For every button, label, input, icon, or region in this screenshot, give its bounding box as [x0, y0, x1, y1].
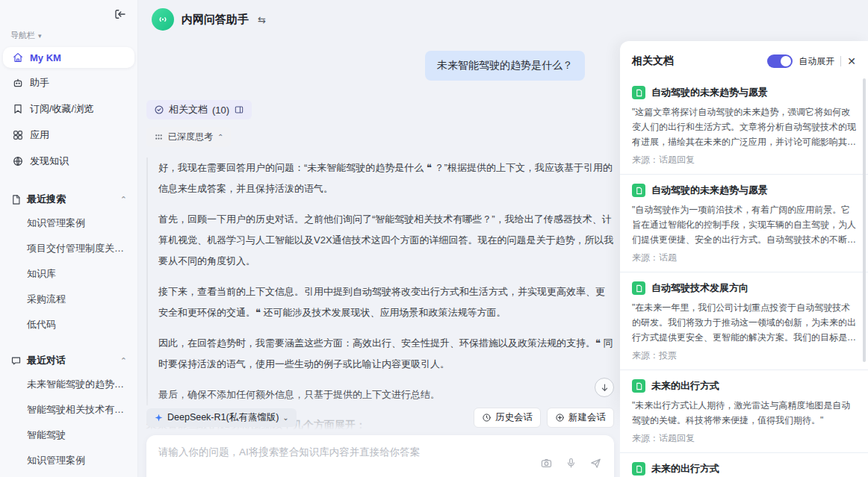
- recent-search-item[interactable]: 知识库: [0, 261, 137, 287]
- sidebar-item-my-km[interactable]: My KM: [3, 47, 134, 68]
- composer-placeholder: 请输入你的问题，AI将搜索整合知识库内容并直接给你答案: [158, 446, 602, 459]
- history-session-button[interactable]: 历史会话: [474, 408, 541, 428]
- recent-chats-list: 未来智能驾驶的趋势是... 智能驾驶相关技术有哪... 智能驾驶 知识管理案例 …: [0, 372, 137, 477]
- doc-source: 来源：投票: [632, 349, 856, 362]
- doc-card[interactable]: 自动驾驶的未来趋势与愿景 "这篇文章将探讨自动驾驶的未来趋势，强调它将如何改变人…: [620, 77, 868, 175]
- thinking-paragraph: 接下来，查看当前的上下文信息。引用中提到自动驾驶将改变出行方式和生活方式，并实现…: [158, 281, 614, 323]
- recent-chat-item[interactable]: 智能驾驶相关技术有哪...: [0, 397, 137, 423]
- doc-source: 来源：话题: [632, 252, 856, 264]
- recent-search-title: 最近搜索: [27, 193, 66, 206]
- thinking-paragraph: 好，我现在需要回答用户的问题：“未来智能驾驶的趋势是什么 ❝ ？”根据提供的上下…: [158, 158, 614, 199]
- related-docs-chip[interactable]: 相关文档 (10): [146, 100, 252, 119]
- panel-title: 相关文档: [632, 54, 674, 68]
- doc-card[interactable]: 未来的出行方式 "自动驾驶技术的进展让我们离实现无人驾驶更近一步。文章中强调了激…: [620, 453, 868, 477]
- related-docs-panel: 相关文档 自动展开 ✕ 自动驾驶的未来趋势与愿景 "这篇文章将探讨自动驾驶的未来…: [620, 41, 868, 477]
- chevron-up-icon[interactable]: ⌃: [120, 195, 127, 205]
- divider: [840, 56, 841, 66]
- doc-icon: [632, 462, 645, 476]
- deep-think-label: 已深度思考: [168, 131, 213, 143]
- scroll-to-bottom-button[interactable]: [595, 378, 614, 397]
- chevron-down-icon: ⌄: [282, 414, 288, 422]
- side-panel-icon: [234, 105, 244, 115]
- doc-icon: [632, 184, 645, 197]
- doc-title: 自动驾驶技术发展方向: [651, 281, 748, 295]
- recent-chats-header[interactable]: 最近对话 ⌃: [0, 343, 137, 372]
- sidebar-item-label: 发现知识: [30, 155, 69, 168]
- doc-excerpt: "自动驾驶作为一项前沿技术，有着广阔的应用前景。它旨在通过智能化的控制手段，实现…: [632, 202, 856, 247]
- recent-chat-item[interactable]: 明天出差去南昌培训两天: [0, 473, 137, 477]
- collapse-sidebar-icon[interactable]: [114, 7, 127, 21]
- history-session-label: 历史会话: [495, 411, 533, 424]
- doc-card[interactable]: 自动驾驶技术发展方向 "在未来一年里，我们公司计划重点投资于自动驾驶技术的研发。…: [620, 272, 868, 370]
- robot-icon: [12, 77, 24, 89]
- user-message-bubble: 未来智能驾驶的趋势是什么？: [425, 51, 585, 81]
- nav-bar-label[interactable]: 导航栏 ▾: [10, 30, 137, 41]
- message-composer[interactable]: 请输入你的问题，AI将搜索整合知识库内容并直接给你答案: [146, 435, 614, 477]
- globe-icon: [12, 155, 24, 167]
- recent-chat-item[interactable]: 智能驾驶: [0, 423, 137, 448]
- clock-icon: [482, 413, 492, 423]
- thinking-paragraph: 最后，确保不添加任何额外信息，只基于提供的上下文进行总结。: [158, 384, 614, 405]
- nav-bar-text: 导航栏: [10, 30, 35, 41]
- new-session-label: 新建会话: [568, 411, 606, 424]
- sidebar: 导航栏 ▾ My KM 助手 订阅/收藏/浏览 应用: [0, 0, 138, 477]
- sidebar-item-discover[interactable]: 发现知识: [3, 150, 134, 172]
- assistant-logo-icon: [152, 8, 174, 31]
- doc-excerpt: "未来出行方式让人期待，激光雷达与高精度地图是自动驾驶的关键。科技将带来便捷，值…: [632, 398, 856, 428]
- sidebar-item-apps[interactable]: 应用: [3, 124, 134, 146]
- recent-search-item[interactable]: 低代码: [0, 312, 137, 337]
- recent-search-list: 知识管理案例 项目交付管理制度关于... 知识库 采购流程 低代码: [0, 211, 137, 337]
- camera-icon[interactable]: [540, 457, 553, 470]
- check-circle-icon: [154, 105, 164, 115]
- thinking-paragraph: 因此，在回答趋势时，我需要涵盖这些方面：高效出行、安全性提升、环保措施以及政策法…: [158, 333, 614, 375]
- thinking-block: 好，我现在需要回答用户的问题：“未来智能驾驶的趋势是什么 ❝ ？”根据提供的上下…: [146, 158, 614, 405]
- chevron-up-icon: ⌃: [217, 133, 223, 141]
- related-docs-chip-label: 相关文档: [169, 103, 208, 116]
- scrollbar[interactable]: [863, 78, 866, 362]
- send-icon[interactable]: [589, 457, 602, 470]
- switch-assistant-icon[interactable]: ⇆: [258, 14, 266, 25]
- chevron-up-icon[interactable]: ⌃: [120, 356, 127, 366]
- close-icon[interactable]: ✕: [847, 56, 856, 66]
- page-title: 内网问答助手: [182, 13, 249, 27]
- microphone-icon[interactable]: [565, 457, 577, 470]
- related-docs-count: (10): [212, 105, 229, 116]
- doc-title: 自动驾驶的未来趋势与愿景: [651, 86, 768, 99]
- chevron-down-icon: ▾: [38, 32, 42, 40]
- thinking-paragraph: 首先，回顾一下用户的历史对话。之前他们询问了“智能驾驶相关技术有哪些？”，我给出…: [158, 209, 614, 272]
- doc-card[interactable]: 自动驾驶的未来趋势与愿景 "自动驾驶作为一项前沿技术，有着广阔的应用前景。它旨在…: [620, 175, 868, 272]
- bookmark-icon: [12, 103, 24, 115]
- recent-chat-item[interactable]: 未来智能驾驶的趋势是...: [0, 372, 137, 397]
- recent-chat-item[interactable]: 知识管理案例: [0, 448, 137, 473]
- doc-source: 来源：话题回复: [632, 432, 856, 445]
- sidebar-item-subscriptions[interactable]: 订阅/收藏/浏览: [3, 98, 134, 120]
- doc-card[interactable]: 未来的出行方式 "未来出行方式让人期待，激光雷达与高精度地图是自动驾驶的关键。科…: [620, 370, 868, 453]
- model-label: DeepSeek-R1(私有蒸馏版): [167, 411, 279, 424]
- sidebar-item-assistant[interactable]: 助手: [3, 72, 134, 94]
- spark-icon: [154, 413, 164, 423]
- model-selector[interactable]: DeepSeek-R1(私有蒸馏版) ⌄: [146, 408, 297, 427]
- recent-search-item[interactable]: 采购流程: [0, 287, 137, 312]
- doc-title: 未来的出行方式: [651, 379, 719, 393]
- chat-main: 内网问答助手 ⇆ 未来智能驾驶的趋势是什么？ 相关文档 (10): [138, 0, 620, 477]
- deep-think-icon: [154, 132, 164, 142]
- doc-excerpt: "这篇文章将探讨自动驾驶的未来趋势，强调它将如何改变人们的出行和生活方式。文章将…: [632, 105, 856, 149]
- auto-expand-toggle[interactable]: [767, 54, 793, 68]
- doc-icon: [632, 86, 645, 99]
- doc-icon: [632, 379, 645, 393]
- recent-search-item[interactable]: 知识管理案例: [0, 211, 137, 236]
- doc-list: 自动驾驶的未来趋势与愿景 "这篇文章将探讨自动驾驶的未来趋势，强调它将如何改变人…: [620, 77, 868, 477]
- doc-title: 未来的出行方式: [651, 462, 719, 476]
- doc-title: 自动驾驶的未来趋势与愿景: [651, 184, 768, 197]
- related-docs-panel-header: 相关文档 自动展开 ✕: [620, 41, 868, 77]
- deep-think-chip[interactable]: 已深度思考 ⌃: [146, 127, 231, 147]
- doc-source: 来源：话题回复: [632, 154, 856, 166]
- new-session-button[interactable]: 新建会话: [547, 408, 614, 428]
- sidebar-item-label: My KM: [30, 52, 61, 63]
- auto-expand-label: 自动展开: [799, 55, 834, 68]
- recent-search-header[interactable]: 最近搜索 ⌃: [0, 182, 137, 211]
- chat-header: 内网问答助手 ⇆: [138, 0, 620, 31]
- doc-icon: [632, 281, 645, 295]
- recent-search-item[interactable]: 项目交付管理制度关于...: [0, 236, 137, 261]
- sidebar-item-label: 应用: [30, 128, 49, 142]
